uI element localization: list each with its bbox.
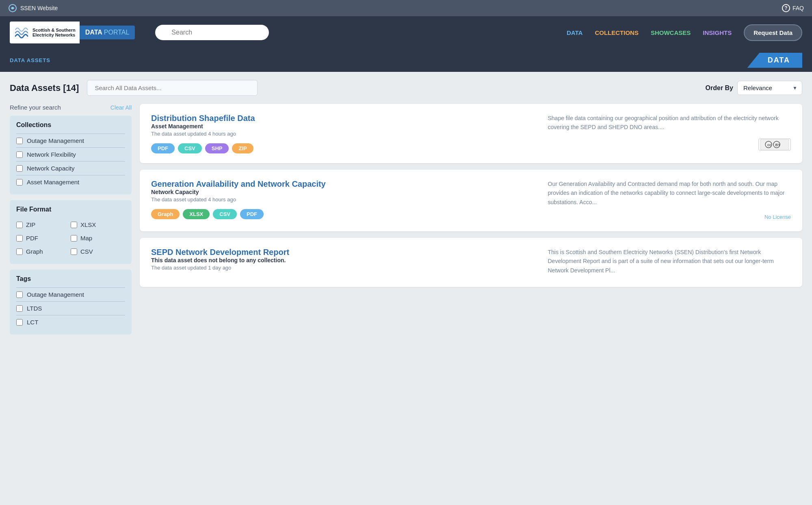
collections-filter-title: Collections [16, 121, 125, 129]
logo-line2: Electricity Networks [32, 32, 76, 37]
tags-filter: Tags Outage Management LTDS LCT [10, 270, 132, 335]
label-zip: ZIP [26, 221, 35, 228]
format-map: Map [71, 231, 125, 245]
label-csv: CSV [80, 248, 93, 255]
data-assets-title: Data Assets [14] [10, 83, 79, 93]
data-portal-badge: DATA PORTAL [80, 26, 135, 39]
order-by-select[interactable]: Relevance Name Date Updated [737, 81, 802, 95]
checkbox-network-capacity[interactable] [16, 165, 23, 172]
svg-text:cc: cc [767, 143, 771, 147]
breadcrumb-bar: DATA ASSETS DATA [0, 49, 812, 72]
filter-label-network-flexibility: Network Flexibility [27, 151, 76, 158]
tag-item-outage-management: Outage Management [16, 287, 125, 301]
tag-xlsx-2[interactable]: XLSX [183, 209, 210, 219]
site-title: SSEN Website [20, 5, 58, 11]
checkbox-xlsx[interactable] [71, 222, 77, 228]
tag-label-outage-management: Outage Management [27, 291, 84, 298]
tag-item-ltds: LTDS [16, 301, 125, 315]
order-by-area: Order By Relevance Name Date Updated ▼ [706, 81, 802, 95]
faq-icon: ? [782, 4, 790, 12]
result-subtitle-1: Asset Management [151, 123, 540, 129]
tag-pdf-2[interactable]: PDF [240, 209, 264, 219]
checkbox-zip[interactable] [16, 222, 23, 228]
logo-line1: Scottish & Southern [32, 28, 76, 32]
logo-text: Scottish & Southern Electricity Networks [32, 28, 76, 37]
checkbox-tag-ltds[interactable] [16, 305, 23, 312]
data-assets-search-input[interactable] [87, 80, 258, 96]
result-right-2: Our Generation Availability and Contract… [548, 179, 791, 222]
tag-csv-1[interactable]: CSV [178, 143, 202, 153]
nav-link-collections[interactable]: COLLECTIONS [595, 29, 639, 36]
tag-shp-1[interactable]: SHP [205, 143, 229, 153]
format-csv: CSV [71, 245, 125, 258]
nav-link-data[interactable]: DATA [567, 29, 582, 36]
result-title-3[interactable]: SEPD Network Development Report [151, 248, 289, 257]
tag-label-ltds: LTDS [27, 305, 42, 312]
checkbox-pdf[interactable] [16, 235, 23, 242]
filter-label-network-capacity: Network Capacity [27, 165, 75, 172]
result-time-2: The data asset updated 4 hours ago [151, 196, 540, 203]
checkbox-tag-outage-management[interactable] [16, 291, 23, 298]
breadcrumb-label: DATA ASSETS [10, 57, 50, 63]
filter-item-asset-management: Asset Management [16, 175, 125, 189]
checkbox-outage-management[interactable] [16, 138, 23, 144]
result-right-3: This is Scottish and Southern Electricit… [548, 248, 791, 277]
label-pdf: PDF [26, 235, 38, 242]
nav-link-insights[interactable]: INSIGHTS [703, 29, 732, 36]
result-card-2: Generation Availability and Network Capa… [140, 170, 802, 231]
checkbox-network-flexibility[interactable] [16, 151, 23, 158]
result-row-2: Generation Availability and Network Capa… [151, 179, 791, 222]
result-card-3: SEPD Network Development Report This dat… [140, 238, 802, 287]
checkbox-map[interactable] [71, 235, 77, 242]
file-format-filter: File Format ZIP XLSX PDF [10, 200, 132, 264]
nav-search-area: 🔍 [155, 25, 269, 40]
result-left-3: SEPD Network Development Report This dat… [151, 248, 540, 277]
sidebar: Refine your search Clear All Collections… [10, 104, 132, 340]
top-bar: SSEN Website ? FAQ [0, 0, 812, 16]
result-description-3: This is Scottish and Southern Electricit… [548, 248, 791, 275]
nav-links: DATA COLLECTIONS SHOWCASES INSIGHTS Requ… [567, 24, 802, 41]
ssen-logo-icon [8, 4, 17, 13]
result-row-3: SEPD Network Development Report This dat… [151, 248, 791, 277]
label-graph: Graph [26, 248, 43, 255]
file-format-title: File Format [16, 206, 125, 213]
filter-item-outage-management: Outage Management [16, 134, 125, 147]
checkbox-asset-management[interactable] [16, 179, 23, 186]
filter-label-outage-management: Outage Management [27, 137, 84, 144]
nav-search-input[interactable] [155, 25, 269, 40]
filter-item-network-flexibility: Network Flexibility [16, 147, 125, 161]
clear-all-button[interactable]: Clear All [110, 104, 132, 111]
result-title-2[interactable]: Generation Availability and Network Capa… [151, 179, 326, 188]
logo-area: Scottish & Southern Electricity Networks… [10, 22, 135, 43]
top-bar-left: SSEN Website [8, 4, 58, 13]
tag-label-lct: LCT [27, 319, 38, 326]
file-format-grid: ZIP XLSX PDF Map [16, 218, 125, 258]
result-tags-2: Graph XLSX CSV PDF [151, 209, 540, 219]
tag-csv-2[interactable]: CSV [213, 209, 237, 219]
nav-link-showcases[interactable]: SHOWCASES [651, 29, 691, 36]
result-row-1: Distribution Shapefile Data Asset Manage… [151, 114, 791, 153]
result-title-1[interactable]: Distribution Shapefile Data [151, 114, 255, 123]
data-badge: DATA [747, 53, 802, 68]
refine-header: Refine your search Clear All [10, 104, 132, 111]
request-data-button[interactable]: Request Data [744, 24, 802, 41]
two-col-layout: Refine your search Clear All Collections… [10, 104, 802, 340]
faq-label[interactable]: FAQ [793, 5, 804, 11]
checkbox-graph[interactable] [16, 248, 23, 255]
label-map: Map [80, 235, 92, 242]
result-subtitle-3: This data asset does not belong to any c… [151, 257, 540, 263]
svg-point-1 [11, 7, 14, 9]
tags-title: Tags [16, 275, 125, 283]
checkbox-tag-lct[interactable] [16, 319, 23, 326]
data-word: DATA [85, 29, 102, 36]
tag-graph-2[interactable]: Graph [151, 209, 180, 219]
tag-pdf-1[interactable]: PDF [151, 143, 175, 153]
result-subtitle-2: Network Capacity [151, 189, 540, 195]
checkbox-csv[interactable] [71, 248, 77, 255]
nav-bar: Scottish & Southern Electricity Networks… [0, 16, 812, 49]
main-content: Data Assets [14] Order By Relevance Name… [0, 72, 812, 348]
result-time-3: The data asset updated 1 day ago [151, 265, 540, 271]
tag-item-lct: LCT [16, 315, 125, 329]
collections-filter: Collections Outage Management Network Fl… [10, 116, 132, 194]
tag-zip-1[interactable]: ZIP [232, 143, 253, 153]
